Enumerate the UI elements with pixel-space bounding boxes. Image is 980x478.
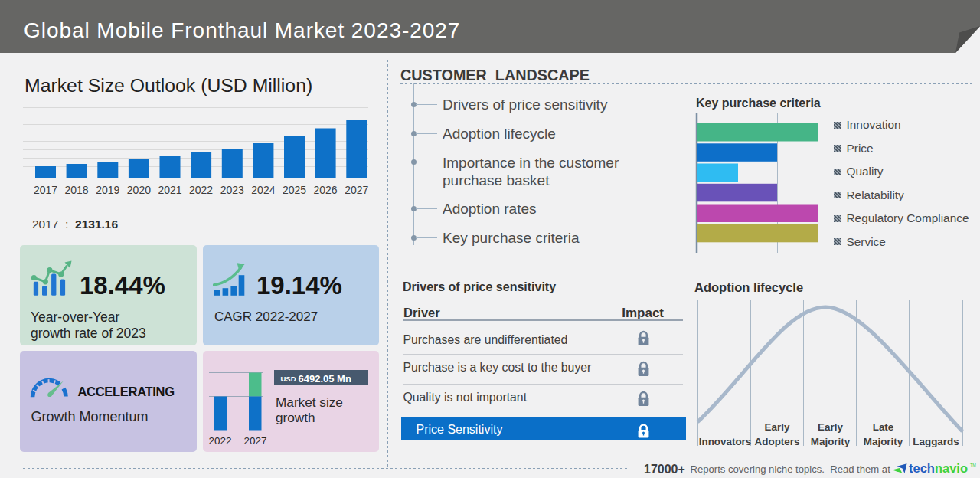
svg-text:2026: 2026 bbox=[314, 184, 338, 196]
svg-text:Early: Early bbox=[765, 421, 790, 433]
svg-text:2024: 2024 bbox=[251, 184, 275, 196]
svg-text:2022: 2022 bbox=[208, 435, 231, 447]
svg-text:2023: 2023 bbox=[220, 184, 244, 196]
svg-text:Adopters: Adopters bbox=[755, 436, 800, 447]
svg-text:Majority: Majority bbox=[811, 436, 851, 447]
svg-text:2018: 2018 bbox=[65, 184, 89, 196]
svg-text:2025: 2025 bbox=[283, 184, 306, 196]
svg-text:2027: 2027 bbox=[345, 184, 368, 196]
svg-text:Majority: Majority bbox=[864, 436, 903, 447]
svg-text:2021: 2021 bbox=[158, 184, 181, 196]
svg-text:Early: Early bbox=[818, 421, 843, 433]
svg-text:2017: 2017 bbox=[34, 184, 57, 196]
svg-text:Innovators: Innovators bbox=[699, 436, 751, 447]
svg-text:2027: 2027 bbox=[243, 435, 266, 447]
svg-text:Late: Late bbox=[873, 421, 894, 433]
svg-text:2019: 2019 bbox=[96, 184, 119, 196]
svg-text:TM: TM bbox=[970, 463, 976, 467]
svg-text:2020: 2020 bbox=[127, 184, 151, 196]
svg-text:technavio: technavio bbox=[909, 461, 968, 475]
svg-text:Laggards: Laggards bbox=[913, 436, 959, 447]
svg-text:2022: 2022 bbox=[189, 184, 213, 196]
